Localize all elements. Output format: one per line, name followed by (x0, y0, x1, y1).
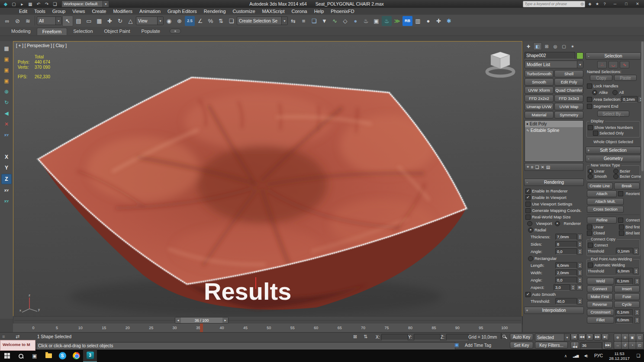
minimize-button[interactable]: ─ (609, 0, 621, 7)
schematic-view-icon[interactable]: ◇ (340, 16, 350, 26)
fuse-button[interactable]: Fuse (614, 293, 640, 300)
orbit-icon[interactable]: ↺ (621, 341, 629, 349)
connect-copy-checkbox[interactable] (588, 243, 593, 248)
use-pivot-center-icon[interactable]: ◉ (164, 16, 174, 26)
render-setup-icon[interactable]: ♨ (361, 16, 371, 26)
vertex-type-radio[interactable] (613, 174, 618, 179)
interpolation-rollout-header[interactable]: + Interpolation (524, 307, 584, 314)
set-keys-button[interactable] (501, 333, 502, 339)
checkbox[interactable] (525, 215, 531, 220)
spinner-value-field[interactable]: 6,0mm (555, 262, 577, 269)
menu-item[interactable]: Tools (31, 9, 49, 14)
all-radio[interactable] (612, 90, 618, 95)
view-cube[interactable] (484, 49, 518, 80)
language-indicator[interactable]: РУС (591, 349, 606, 362)
material-editor-icon[interactable]: ● (351, 16, 361, 26)
maximize-button[interactable]: □ (621, 0, 632, 7)
closed-checkbox[interactable] (587, 231, 592, 236)
menu-item[interactable]: Modifiers (109, 9, 136, 14)
close-button[interactable]: ✕ (632, 0, 643, 7)
spinner-arrows[interactable] (634, 268, 639, 274)
zoom-region-icon[interactable]: ◱ (636, 333, 644, 342)
file-explorer-icon[interactable] (42, 349, 55, 362)
spinner-arrows[interactable] (634, 309, 640, 316)
constraint-rotate-icon[interactable]: ↻ (2, 98, 11, 107)
spinner-arrows[interactable] (577, 298, 583, 304)
fillet-field[interactable]: 0,0mm (615, 317, 633, 324)
vray-toolbar-icon[interactable]: ≫ (392, 16, 402, 26)
connect-button[interactable]: Connect (587, 285, 613, 292)
utilities-tab-icon[interactable]: ✶ (569, 43, 576, 50)
set-key-button[interactable]: Set Key (510, 342, 533, 349)
named-selection-sets-dropdown[interactable]: Create Selection Se▼ (237, 16, 288, 25)
vertex-type-radio[interactable] (613, 169, 618, 174)
modifier-preset-button[interactable]: Quad Chamfer (554, 86, 583, 94)
pin-stack-icon[interactable]: ⌖ (527, 164, 529, 170)
edit-named-selections-icon[interactable]: ❏ (226, 16, 236, 26)
checkbox[interactable]: ✓ (525, 189, 531, 194)
welcome-window[interactable]: Welcome to M (0, 340, 35, 351)
break-button[interactable]: Break (614, 183, 640, 189)
selected-only-checkbox[interactable] (593, 131, 598, 136)
go-to-end-button[interactable]: ▶| (602, 333, 609, 340)
segment-subobject-icon[interactable]: ◡ (609, 61, 618, 68)
threshold-value-field[interactable]: 40,0 (555, 298, 577, 304)
modifier-preset-button[interactable]: UVW Map (554, 103, 583, 110)
task-view-icon[interactable]: ▣ (28, 349, 42, 362)
zoom-extents-icon[interactable]: ▣ (628, 333, 636, 342)
restrict-x-button[interactable]: X (2, 152, 11, 162)
scrollbar-thumb[interactable] (641, 42, 644, 171)
spinner-arrows[interactable] (634, 248, 639, 254)
make-first-button[interactable]: Make First (587, 293, 613, 300)
app-button-icon[interactable]: ◆ (2, 1, 10, 7)
configure-modifier-sets-icon[interactable]: ▤ (546, 165, 550, 170)
ribbon-tab[interactable]: Populate (136, 28, 165, 35)
show-vertex-numbers-checkbox[interactable] (588, 125, 593, 130)
spline-subobject-icon[interactable]: ∿ (620, 61, 629, 68)
x-coord-field[interactable] (381, 334, 408, 340)
graphite-ribbon-icon[interactable]: ▼ (319, 16, 329, 26)
menu-item[interactable]: MAXScript (259, 9, 288, 14)
bind-last-checkbox[interactable] (619, 231, 624, 236)
make-unique-icon[interactable]: ❏ (535, 165, 539, 170)
constraint-arrow-icon[interactable]: ◀ (2, 109, 11, 118)
forest-pack-icon[interactable]: ▥ (413, 16, 423, 26)
menu-item[interactable]: Views (69, 9, 88, 14)
modifier-preset-button[interactable]: Unwrap UVW (525, 103, 554, 110)
menu-item[interactable]: Graph Editors (164, 9, 200, 14)
go-to-start-button[interactable]: |◀ (570, 333, 578, 340)
spinner-arrows[interactable] (577, 241, 583, 247)
modifier-preset-button[interactable]: Symmetry (554, 111, 583, 119)
current-frame-marker[interactable] (200, 324, 203, 332)
select-by-name-icon[interactable]: ▤ (74, 16, 84, 26)
modifier-list-dropdown[interactable]: Modifier List▼ (525, 61, 583, 68)
menu-item[interactable]: Group (49, 9, 69, 14)
cross-insert-field[interactable]: 0,1mm (615, 309, 633, 316)
pan-icon[interactable]: ↔ (614, 341, 621, 349)
snaps-toggle-icon[interactable]: 2.5 (185, 16, 195, 26)
z-coord-field[interactable] (446, 334, 469, 340)
hierarchy-tab-icon[interactable]: ⊞ (543, 43, 551, 50)
spinner-value-field[interactable]: 8 (555, 241, 577, 247)
area-selection-checkbox[interactable] (587, 97, 592, 102)
select-and-move-icon[interactable]: ✚ (105, 16, 115, 26)
curve-editor-icon[interactable]: ∿ (330, 16, 340, 26)
communication-center-icon[interactable]: ◈ (586, 1, 593, 7)
ribbon-tab[interactable]: Modeling (6, 28, 36, 35)
time-tag-toggle-icon[interactable]: ⇄ (16, 334, 19, 340)
connect-checkbox[interactable] (618, 218, 623, 223)
prev-frame-button[interactable]: ◀◀ (578, 333, 586, 340)
layer-manager-icon[interactable]: ❏ (309, 16, 319, 26)
fillet-button[interactable]: Fillet (587, 317, 614, 324)
perspective-viewport[interactable]: [ + ] [ Perspective ] [ Clay ] Total Pol… (13, 41, 522, 317)
segment-end-checkbox[interactable] (587, 104, 592, 109)
radial-radio[interactable]: ● (528, 227, 533, 233)
save-file-icon[interactable]: ▦ (26, 1, 34, 7)
aspect-value-field[interactable]: 3,0 (554, 284, 570, 291)
modifier-stack-item[interactable]: ∿ Editable Spline (525, 127, 583, 134)
menu-item[interactable]: Create (88, 9, 109, 14)
create-tab-icon[interactable]: ✚ (525, 43, 532, 50)
notification-center-icon[interactable]: ❏ (633, 349, 644, 362)
spinner-arrows[interactable] (577, 248, 583, 255)
modifier-preset-button[interactable]: FFD 3x3x3 (554, 95, 583, 102)
